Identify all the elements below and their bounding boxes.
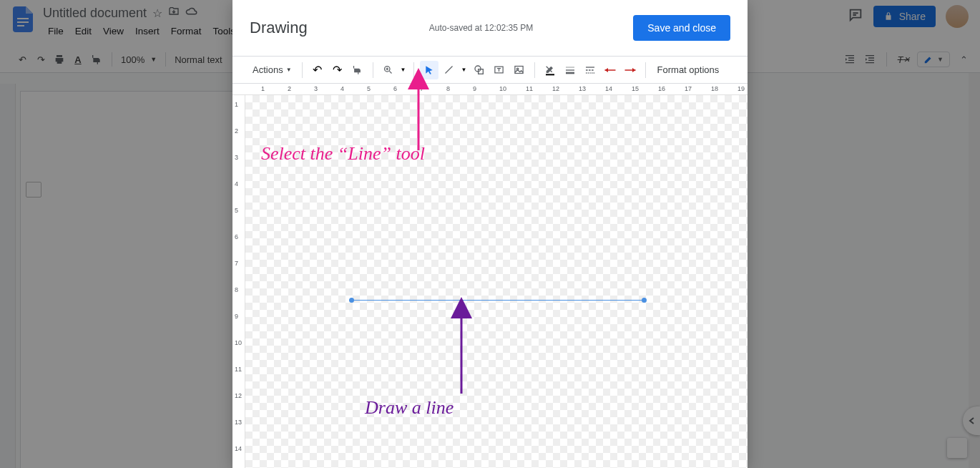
ruler-tick: 10 bbox=[235, 339, 242, 346]
line-handle-right[interactable] bbox=[642, 298, 647, 303]
drawing-toolbar: Actions▼ ↶ ↷ ▼ ▼ Format options bbox=[232, 57, 748, 84]
vertical-ruler-dialog: 1234567891011121314 bbox=[232, 95, 245, 468]
line-weight-icon[interactable] bbox=[561, 61, 579, 79]
ruler-tick: 7 bbox=[235, 260, 238, 267]
textbox-tool[interactable] bbox=[490, 61, 509, 79]
line-end-icon[interactable] bbox=[621, 61, 640, 79]
autosave-status: Auto-saved at 12:02:35 PM bbox=[429, 23, 533, 33]
ruler-tick: 5 bbox=[235, 207, 238, 214]
ruler-tick: 2 bbox=[235, 127, 238, 135]
ruler-tick: 3 bbox=[235, 154, 238, 161]
line-handle-left[interactable] bbox=[349, 298, 354, 303]
ruler-tick: 10 bbox=[499, 85, 506, 92]
ruler-tick: 5 bbox=[367, 85, 371, 92]
dialog-title: Drawing bbox=[250, 19, 308, 37]
ruler-tick: 12 bbox=[235, 392, 242, 399]
line-tool[interactable] bbox=[440, 61, 459, 79]
ruler-tick: 4 bbox=[235, 180, 238, 187]
ruler-tick: 11 bbox=[526, 85, 533, 92]
ruler-tick: 8 bbox=[446, 85, 450, 92]
svg-rect-9 bbox=[546, 74, 554, 75]
line-dropdown-icon[interactable]: ▼ bbox=[460, 61, 469, 79]
ruler-tick: 4 bbox=[340, 85, 344, 92]
save-close-button[interactable]: Save and close bbox=[633, 15, 730, 41]
ruler-tick: 9 bbox=[235, 313, 238, 320]
ruler-tick: 6 bbox=[393, 85, 397, 92]
ruler-tick: 17 bbox=[685, 85, 692, 92]
line-color-icon[interactable] bbox=[541, 61, 559, 79]
ruler-tick: 16 bbox=[658, 85, 665, 92]
ruler-tick: 18 bbox=[711, 85, 718, 92]
redo-icon[interactable]: ↷ bbox=[328, 61, 347, 79]
image-tool[interactable] bbox=[510, 61, 529, 79]
ruler-tick: 8 bbox=[235, 286, 238, 293]
drawing-canvas[interactable] bbox=[245, 95, 748, 468]
ruler-tick: 3 bbox=[314, 85, 318, 92]
ruler-tick: 19 bbox=[738, 85, 745, 92]
ruler-tick: 11 bbox=[235, 366, 242, 373]
drawing-dialog: Drawing Auto-saved at 12:02:35 PM Save a… bbox=[232, 0, 748, 468]
ruler-tick: 15 bbox=[632, 85, 639, 92]
line-start-icon[interactable] bbox=[601, 61, 619, 79]
drawn-line[interactable] bbox=[349, 297, 647, 304]
line-dash-icon[interactable] bbox=[581, 61, 599, 79]
paint-format-icon[interactable] bbox=[348, 61, 367, 79]
ruler-tick: 7 bbox=[420, 85, 423, 92]
ruler-tick: 14 bbox=[235, 445, 242, 452]
ruler-tick: 2 bbox=[288, 85, 291, 92]
ruler-tick: 6 bbox=[235, 233, 238, 240]
ruler-tick: 9 bbox=[473, 85, 476, 92]
zoom-icon[interactable] bbox=[379, 61, 398, 79]
actions-menu[interactable]: Actions▼ bbox=[248, 61, 296, 79]
ruler-tick: 13 bbox=[579, 85, 586, 92]
svg-rect-7 bbox=[515, 67, 523, 74]
horizontal-ruler: 12345678910111213141516171819 bbox=[232, 84, 748, 95]
ruler-tick: 13 bbox=[235, 419, 242, 426]
ruler-tick: 1 bbox=[235, 101, 238, 108]
ruler-tick: 1 bbox=[261, 85, 265, 92]
select-tool[interactable] bbox=[420, 61, 438, 79]
shape-tool[interactable] bbox=[470, 61, 489, 79]
ruler-tick: 14 bbox=[605, 85, 612, 92]
dialog-header: Drawing Auto-saved at 12:02:35 PM Save a… bbox=[232, 0, 748, 57]
format-options-button[interactable]: Format options bbox=[652, 61, 725, 79]
undo-icon[interactable]: ↶ bbox=[308, 61, 327, 79]
zoom-dropdown-icon[interactable]: ▼ bbox=[399, 61, 408, 79]
ruler-tick: 12 bbox=[552, 85, 559, 92]
